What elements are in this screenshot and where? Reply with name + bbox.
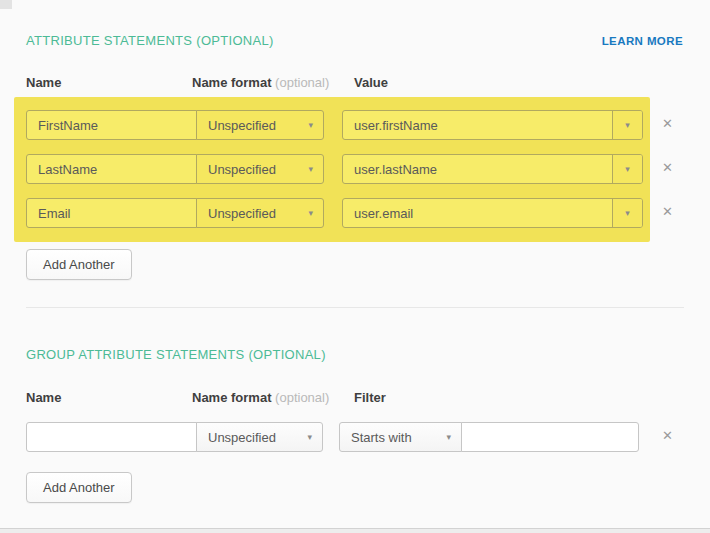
chevron-down-icon: ▾ [308,165,313,174]
attribute-value-combobox: ▾ [342,154,643,184]
delete-row-button[interactable]: ✕ [662,161,673,174]
chevron-down-icon: ▾ [308,209,313,218]
attribute-name-input[interactable] [26,198,197,228]
attribute-row-lastname: Unspecified ▾ ▾ ✕ [26,154,643,184]
group-attribute-statements-title: GROUP ATTRIBUTE STATEMENTS (OPTIONAL) [26,347,326,362]
group-name-format-dropdown[interactable]: Unspecified ▾ [196,422,323,452]
chevron-down-icon: ▾ [625,165,630,174]
column-header-filter: Filter [354,390,386,405]
column-header-name: Name [26,75,61,90]
add-another-button[interactable]: Add Another [26,249,132,280]
delete-row-button[interactable]: ✕ [662,117,673,130]
name-format-value: Unspecified [208,430,276,445]
value-dropdown-toggle[interactable]: ▾ [612,199,642,227]
group-name-input[interactable] [26,422,197,452]
value-dropdown-toggle[interactable]: ▾ [612,155,642,183]
chevron-down-icon: ▾ [625,209,630,218]
column-header-name-format: Name format (optional) [192,75,329,90]
column-header-name: Name [26,390,61,405]
name-format-value: Unspecified [208,162,276,177]
attribute-value-combobox: ▾ [342,198,643,228]
attribute-row-firstname: Unspecified ▾ ▾ ✕ [26,110,643,140]
column-header-value: Value [354,75,388,90]
delete-row-button[interactable]: ✕ [662,429,673,442]
name-format-dropdown[interactable]: Unspecified ▾ [196,110,324,140]
attribute-rows-highlight: Unspecified ▾ ▾ ✕ Unspecified ▾ ▾ ✕ Unsp… [14,97,650,242]
panel-bottom-edge [0,528,710,533]
attribute-name-input[interactable] [26,110,197,140]
chevron-down-icon: ▾ [625,121,630,130]
name-format-dropdown[interactable]: Unspecified ▾ [196,154,324,184]
attribute-statements-header: ATTRIBUTE STATEMENTS (OPTIONAL) LEARN MO… [26,33,683,48]
section-divider [26,307,684,308]
chevron-down-icon: ▾ [307,433,312,442]
column-header-name-format: Name format (optional) [192,390,329,405]
corner-artifact [0,0,12,9]
filter-value-input[interactable] [461,422,639,452]
filter-type-dropdown[interactable]: Starts with ▾ [339,422,462,452]
attribute-value-combobox: ▾ [342,110,643,140]
attribute-name-input[interactable] [26,154,197,184]
column-header-optional-note: (optional) [275,390,329,405]
column-header-optional-note: (optional) [275,75,329,90]
delete-row-button[interactable]: ✕ [662,205,673,218]
name-format-value: Unspecified [208,118,276,133]
name-format-dropdown[interactable]: Unspecified ▾ [196,198,324,228]
learn-more-link[interactable]: LEARN MORE [602,35,683,47]
attribute-value-input[interactable] [343,199,612,227]
filter-type-value: Starts with [351,430,412,445]
chevron-down-icon: ▾ [446,433,451,442]
attribute-value-input[interactable] [343,155,612,183]
attribute-statements-title: ATTRIBUTE STATEMENTS (OPTIONAL) [26,33,274,48]
name-format-value: Unspecified [208,206,276,221]
add-another-button[interactable]: Add Another [26,472,132,503]
attribute-row-email: Unspecified ▾ ▾ ✕ [26,198,643,228]
value-dropdown-toggle[interactable]: ▾ [612,111,642,139]
attribute-value-input[interactable] [343,111,612,139]
group-attribute-row: Unspecified ▾ Starts with ▾ ✕ [26,422,639,452]
chevron-down-icon: ▾ [308,121,313,130]
